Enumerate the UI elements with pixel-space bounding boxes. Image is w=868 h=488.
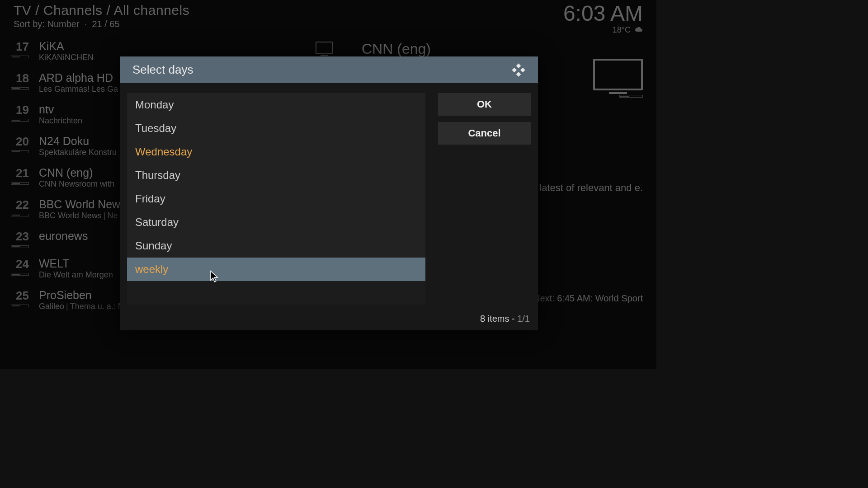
kodi-logo-icon	[512, 63, 525, 77]
progress-bar-icon	[619, 95, 643, 98]
svg-rect-3	[516, 72, 521, 77]
dialog-footer: 8 items - 1/1	[120, 312, 538, 330]
clock-time: 6:03 AM	[563, 3, 643, 24]
progress-bar-icon	[11, 305, 29, 307]
sort-line: Sort by: Number · 21 / 65	[14, 19, 643, 29]
cloud-icon	[635, 26, 643, 35]
progress-bar-icon	[11, 273, 29, 276]
day-option-friday[interactable]: Friday	[127, 187, 425, 211]
progress-bar-icon	[11, 150, 29, 153]
svg-rect-0	[516, 63, 521, 68]
svg-rect-1	[512, 67, 517, 72]
weather: 18°C	[563, 25, 643, 35]
day-option-monday[interactable]: Monday	[127, 93, 425, 117]
clock: 6:03 AM 18°C	[563, 3, 643, 35]
day-list[interactable]: Monday Tuesday Wednesday Thursday Friday…	[127, 93, 425, 305]
tv-icon	[316, 42, 333, 54]
day-option-thursday[interactable]: Thursday	[127, 164, 425, 187]
day-option-sunday[interactable]: Sunday	[127, 234, 425, 258]
cancel-button[interactable]: Cancel	[438, 122, 531, 145]
progress-bar-icon	[11, 214, 29, 216]
dialog-header: Select days	[120, 56, 538, 83]
day-option-saturday[interactable]: Saturday	[127, 211, 425, 234]
ok-button[interactable]: OK	[438, 93, 531, 116]
tv-large-icon	[593, 59, 643, 90]
header: TV / Channels / All channels Sort by: Nu…	[14, 3, 643, 29]
detail-channel-name: CNN (eng)	[362, 41, 643, 57]
progress-bar-icon	[11, 245, 29, 248]
dialog-title: Select days	[132, 63, 193, 77]
progress-bar-icon	[11, 119, 29, 122]
progress-bar-icon	[11, 87, 29, 90]
day-option-wednesday[interactable]: Wednesday	[127, 140, 425, 164]
svg-rect-2	[520, 67, 525, 72]
select-days-dialog: Select days Monday Tuesday Wednesday Thu…	[120, 56, 538, 330]
list-filler	[127, 281, 425, 305]
detail-next-programme: Next: 6:45 AM: World Sport	[533, 293, 643, 304]
progress-bar-icon	[11, 56, 29, 58]
breadcrumb: TV / Channels / All channels	[14, 3, 643, 18]
day-option-tuesday[interactable]: Tuesday	[127, 117, 425, 140]
progress-bar-icon	[11, 182, 29, 185]
day-option-weekly[interactable]: weekly	[127, 258, 425, 281]
